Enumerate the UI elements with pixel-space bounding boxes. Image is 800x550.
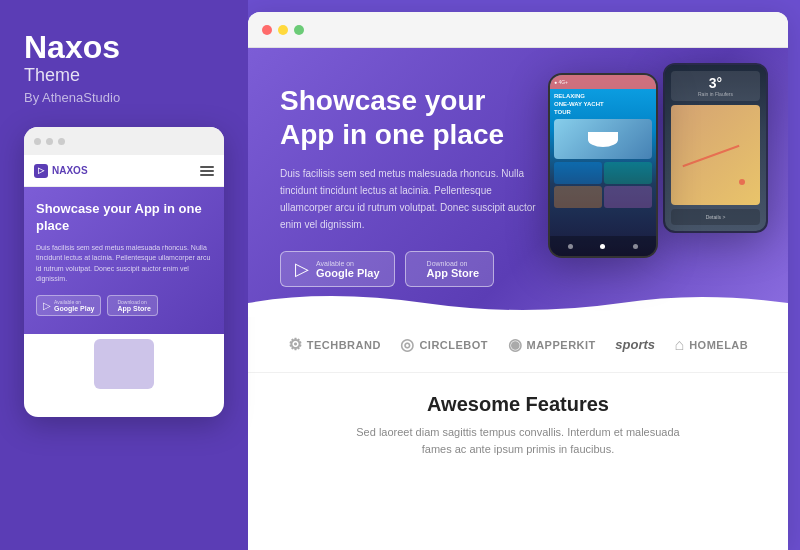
mini-hero-title: Showcase your App in one place xyxy=(36,201,212,235)
bottom-dot-1 xyxy=(568,244,573,249)
phone-left-image xyxy=(554,119,652,159)
bottom-dot-2 xyxy=(600,244,605,249)
phone-card-2 xyxy=(604,162,652,184)
mini-logo-text: NAXOS xyxy=(52,165,88,176)
brand-sports: sports xyxy=(615,337,655,352)
hero-title-text: Showcase your App in one place xyxy=(280,85,504,150)
mini-phone-nav: ▷ NAXOS xyxy=(24,155,224,187)
brand-techbrand: ⚙ TECHBRAND xyxy=(288,335,381,354)
app-store-btn[interactable]: Download on App Store xyxy=(405,251,495,287)
play-store-icon: ▷ xyxy=(295,258,309,280)
mini-app-store-btn[interactable]: Download on App Store xyxy=(107,295,157,316)
phone-left-content: RELAXINGONE-WAY YACHTTOUR xyxy=(550,89,656,236)
mini-google-play-btn[interactable]: ▷ Available on Google Play xyxy=(36,295,101,316)
browser-dot-3 xyxy=(294,25,304,35)
brands-section: ⚙ TECHBRAND ◎ CIRCLEBOT ◉ MAPPERKIT spor… xyxy=(248,317,788,373)
circlebot-icon: ◎ xyxy=(400,335,414,354)
techbrand-label: TECHBRAND xyxy=(307,339,381,351)
features-section: Awesome Features Sed laoreet diam sagitt… xyxy=(248,373,788,550)
circlebot-label: CIRCLEBOT xyxy=(419,339,488,351)
mini-phone-topbar xyxy=(24,127,224,155)
brand-circlebot: ◎ CIRCLEBOT xyxy=(400,335,488,354)
download-on-text: Download on xyxy=(427,260,480,267)
mini-google-play-label: Google Play xyxy=(54,305,94,312)
phone-left-grid xyxy=(554,162,652,208)
mini-hero-text: Duis facilisis sem sed metus malesuada r… xyxy=(36,243,212,285)
phone-bottom-bar xyxy=(550,236,656,256)
homelab-icon: ⌂ xyxy=(674,336,684,354)
google-play-btn[interactable]: ▷ Available on Google Play xyxy=(280,251,395,287)
browser-bar xyxy=(248,12,788,48)
brand-homelab: ⌂ HOMELAB xyxy=(674,336,748,354)
mini-google-btn-text: Available on Google Play xyxy=(54,299,94,312)
mini-phone-preview: ▷ NAXOS Showcase your App in one place D… xyxy=(24,127,224,417)
browser-dot-2 xyxy=(278,25,288,35)
mini-dot-1 xyxy=(34,138,41,145)
hero-wave xyxy=(248,289,788,317)
sidebar: Naxos Theme By AthenaStudio ▷ NAXOS Show… xyxy=(0,0,248,550)
bottom-dot-3 xyxy=(633,244,638,249)
mini-dot-2 xyxy=(46,138,53,145)
mini-dot-3 xyxy=(58,138,65,145)
mini-nav-logo: ▷ NAXOS xyxy=(34,164,88,178)
phone-card-3 xyxy=(554,186,602,208)
features-title: Awesome Features xyxy=(278,393,758,416)
hero-title: Showcase your App in one place xyxy=(280,84,756,151)
wave-svg xyxy=(248,289,788,317)
mini-apple-btn-text: Download on App Store xyxy=(117,299,150,312)
mapperkit-icon: ◉ xyxy=(508,335,522,354)
hero-left: Showcase your App in one place Duis faci… xyxy=(280,84,756,287)
mini-buttons: ▷ Available on Google Play Download on A… xyxy=(36,295,212,316)
phone-screen-top-bar: ● 4G+ xyxy=(550,75,656,89)
hero-section: Showcase your App in one place Duis faci… xyxy=(248,48,788,317)
app-store-label: App Store xyxy=(427,267,480,279)
phone-mockup-left: ● 4G+ RELAXINGONE-WAY YACHTTOUR xyxy=(548,73,658,258)
main-content: Showcase your App in one place Duis faci… xyxy=(248,12,788,550)
browser-dot-1 xyxy=(262,25,272,35)
mapperkit-label: MAPPERKIT xyxy=(527,339,596,351)
mini-hamburger-icon xyxy=(200,166,214,176)
phone-card-4 xyxy=(604,186,652,208)
phone-card-1 xyxy=(554,162,602,184)
mini-phone-bottom xyxy=(24,334,224,394)
hero-buttons: ▷ Available on Google Play Download on A… xyxy=(280,251,756,287)
sports-label: sports xyxy=(615,337,655,352)
mini-play-icon: ▷ xyxy=(43,300,51,311)
sidebar-by: By AthenaStudio xyxy=(24,90,224,105)
sidebar-title: Naxos xyxy=(24,30,224,65)
phone-screen-left: ● 4G+ RELAXINGONE-WAY YACHTTOUR xyxy=(550,75,656,256)
available-on-text: Available on xyxy=(316,260,380,267)
homelab-label: HOMELAB xyxy=(689,339,748,351)
mini-phone-bottom-img xyxy=(94,339,154,389)
phone-left-title: RELAXINGONE-WAY YACHTTOUR xyxy=(554,93,652,116)
hero-text: Duis facilisis sem sed metus malesuada r… xyxy=(280,165,540,233)
mini-logo-icon: ▷ xyxy=(34,164,48,178)
google-play-label: Google Play xyxy=(316,267,380,279)
mini-phone-hero: Showcase your App in one place Duis faci… xyxy=(24,187,224,334)
boat-shape xyxy=(588,132,618,147)
sidebar-subtitle: Theme xyxy=(24,65,224,86)
features-subtitle: Sed laoreet diam sagittis tempus convall… xyxy=(278,424,758,457)
app-store-btn-text: Download on App Store xyxy=(427,260,480,279)
brand-mapperkit: ◉ MAPPERKIT xyxy=(508,335,596,354)
mini-app-store-label: App Store xyxy=(117,305,150,312)
google-play-btn-text: Available on Google Play xyxy=(316,260,380,279)
techbrand-icon: ⚙ xyxy=(288,335,302,354)
